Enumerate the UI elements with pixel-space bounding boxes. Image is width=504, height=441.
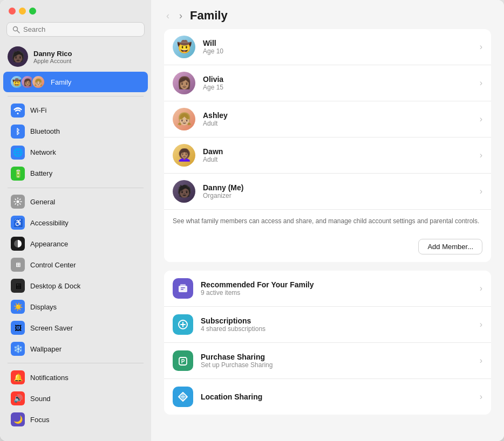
- titlebar: [0, 0, 151, 19]
- member-row-dawn[interactable]: 👩🏽‍🦱 Dawn Adult ›: [164, 137, 491, 174]
- feature-info-location-sharing: Location Sharing: [201, 392, 472, 401]
- svg-rect-6: [181, 287, 185, 288]
- svg-line-1: [17, 30, 20, 33]
- divider-2: [8, 188, 144, 188]
- sidebar-label-wallpaper: Wallpaper: [30, 345, 62, 353]
- sidebar-item-family[interactable]: 🤠 👩🏽 👧🏼 Family: [3, 72, 148, 92]
- sidebar-item-network[interactable]: 🌐 Network: [3, 142, 148, 163]
- member-info-ashley: Ashley Adult: [203, 111, 472, 127]
- sidebar-item-displays[interactable]: ☀️ Displays: [3, 297, 148, 317]
- chevron-right-icon: ›: [480, 320, 482, 329]
- member-info-will: Will Age 10: [203, 39, 472, 55]
- member-sub-dawn: Adult: [203, 156, 472, 163]
- purchase-sharing-icon: P: [173, 350, 193, 371]
- feature-name-purchase-sharing: Purchase Sharing: [201, 353, 472, 361]
- sidebar-item-focus[interactable]: 🌙 Focus: [3, 409, 148, 430]
- sidebar-label-focus: Focus: [30, 416, 49, 424]
- wallpaper-icon: ❄️: [11, 342, 25, 356]
- sidebar-label-accessibility: Accessibility: [30, 219, 69, 227]
- sidebar-item-control-center[interactable]: ⊞ Control Center: [3, 254, 148, 275]
- member-avatar-dawn: 👩🏽‍🦱: [173, 144, 195, 167]
- sidebar-item-bluetooth[interactable]: ᛒ Bluetooth: [3, 121, 148, 142]
- account-name: Danny Rico: [33, 50, 72, 58]
- close-button[interactable]: [9, 8, 16, 15]
- chevron-right-icon: ›: [480, 114, 482, 124]
- sidebar-item-wifi[interactable]: Wi-Fi: [3, 100, 148, 121]
- feature-row-purchase-sharing[interactable]: P Purchase Sharing Set up Purchase Shari…: [164, 343, 491, 379]
- member-avatar-danny: 🧑🏿: [173, 180, 195, 203]
- account-info: Danny Rico Apple Account: [33, 50, 72, 64]
- recommended-icon: [173, 278, 193, 299]
- sidebar-item-accessibility[interactable]: ♿ Accessibility: [3, 212, 148, 233]
- family-avatars: 🤠 👩🏽 👧🏼: [10, 75, 45, 89]
- search-icon: [12, 26, 20, 33]
- general-icon: [11, 195, 25, 209]
- window: 🧑🏿 Danny Rico Apple Account 🤠 👩🏽 👧🏼 Fami…: [0, 0, 504, 441]
- network-icon: 🌐: [11, 146, 25, 160]
- feature-row-recommended[interactable]: Recommended For Your Family 9 active ite…: [164, 271, 491, 307]
- svg-rect-7: [181, 289, 183, 290]
- fullscreen-button[interactable]: [29, 8, 36, 15]
- add-member-row: Add Member...: [164, 232, 491, 262]
- feature-row-location-sharing[interactable]: Location Sharing ›: [164, 379, 491, 415]
- member-row-will[interactable]: 🤠 Will Age 10 ›: [164, 29, 491, 65]
- feature-row-subscriptions[interactable]: Subscriptions 4 shared subscriptions ›: [164, 307, 491, 343]
- features-card: Recommended For Your Family 9 active ite…: [164, 271, 491, 415]
- sidebar-item-appearance[interactable]: Appearance: [3, 233, 148, 254]
- feature-name-recommended: Recommended For Your Family: [201, 280, 472, 289]
- screen-saver-icon: 🖼: [11, 321, 25, 335]
- account-section[interactable]: 🧑🏿 Danny Rico Apple Account: [0, 42, 151, 71]
- sidebar-label-family: Family: [51, 78, 71, 86]
- member-row-ashley[interactable]: 👧🏼 Ashley Adult ›: [164, 101, 491, 137]
- sidebar-item-battery[interactable]: 🔋 Battery: [3, 163, 148, 184]
- chevron-right-icon: ›: [480, 150, 482, 160]
- member-info-danny: Danny (Me) Organizer: [203, 183, 472, 199]
- feature-sub-purchase-sharing: Set up Purchase Sharing: [201, 361, 472, 369]
- sidebar-label-displays: Displays: [30, 303, 57, 311]
- accessibility-icon: ♿: [11, 216, 25, 230]
- account-subtitle: Apple Account: [33, 58, 72, 64]
- member-avatar-will: 🤠: [173, 36, 195, 58]
- location-sharing-icon: [173, 387, 193, 407]
- minimize-button[interactable]: [19, 8, 26, 15]
- sidebar-item-notifications[interactable]: 🔔 Notifications: [3, 367, 148, 388]
- member-name-olivia: Olivia: [203, 75, 472, 84]
- sidebar-item-screen-saver[interactable]: 🖼 Screen Saver: [3, 318, 148, 338]
- svg-text:P: P: [181, 359, 185, 364]
- sound-icon: 🔊: [11, 391, 25, 405]
- search-bar[interactable]: [6, 22, 145, 37]
- wifi-icon: [11, 104, 25, 118]
- member-sub-will: Age 10: [203, 47, 472, 55]
- back-button[interactable]: ‹: [164, 9, 172, 23]
- sidebar-label-network: Network: [30, 148, 56, 156]
- divider-3: [8, 363, 144, 363]
- member-row-danny[interactable]: 🧑🏿 Danny (Me) Organizer ›: [164, 174, 491, 210]
- feature-info-purchase-sharing: Purchase Sharing Set up Purchase Sharing: [201, 353, 472, 369]
- forward-button[interactable]: ›: [177, 9, 185, 23]
- focus-icon: 🌙: [11, 412, 25, 426]
- member-avatar-ashley: 👧🏼: [173, 108, 195, 130]
- content-area: 🤠 Will Age 10 › 👩🏽 Olivia Age 15 ›: [151, 29, 504, 428]
- subscriptions-icon: [173, 314, 193, 335]
- sidebar-item-wallpaper[interactable]: ❄️ Wallpaper: [3, 339, 148, 359]
- sidebar-item-sound[interactable]: 🔊 Sound: [3, 388, 148, 409]
- sidebar: 🧑🏿 Danny Rico Apple Account 🤠 👩🏽 👧🏼 Fami…: [0, 0, 151, 441]
- main-header: ‹ › Family: [151, 0, 504, 29]
- sidebar-item-general[interactable]: General: [3, 191, 148, 212]
- member-info-dawn: Dawn Adult: [203, 147, 472, 163]
- avatar: 🧑🏿: [8, 46, 28, 67]
- control-center-icon: ⊞: [11, 258, 25, 272]
- displays-icon: ☀️: [11, 300, 25, 314]
- sidebar-label-general: General: [30, 198, 55, 206]
- sidebar-label-sound: Sound: [30, 395, 51, 403]
- member-sub-olivia: Age 15: [203, 84, 472, 91]
- sidebar-item-desktop-dock[interactable]: 🖥 Desktop & Dock: [3, 275, 148, 296]
- battery-icon: 🔋: [11, 167, 25, 181]
- family-members-card: 🤠 Will Age 10 › 👩🏽 Olivia Age 15 ›: [164, 29, 491, 262]
- family-avatar-ashley: 👧🏼: [31, 75, 45, 89]
- sidebar-label-appearance: Appearance: [30, 240, 68, 248]
- search-input[interactable]: [23, 25, 139, 33]
- member-row-olivia[interactable]: 👩🏽 Olivia Age 15 ›: [164, 65, 491, 101]
- feature-name-location-sharing: Location Sharing: [201, 392, 472, 401]
- add-member-button[interactable]: Add Member...: [418, 239, 482, 254]
